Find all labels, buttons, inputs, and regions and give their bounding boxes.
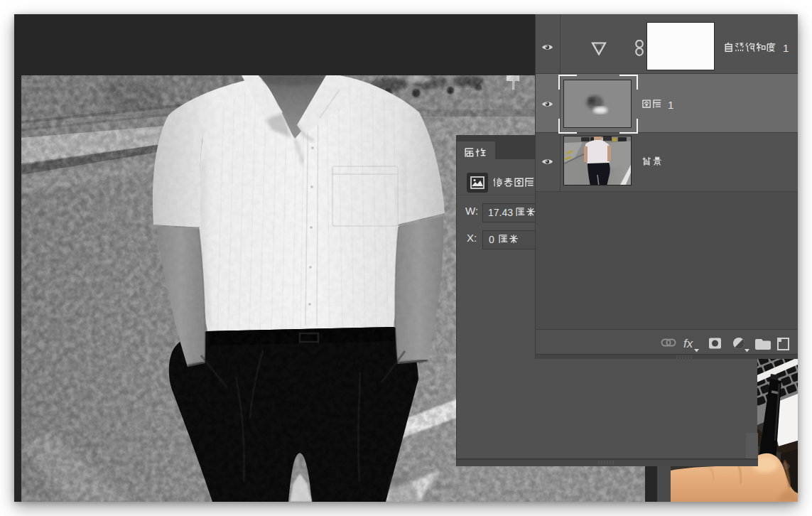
svg-text:fx: fx [683, 337, 693, 350]
